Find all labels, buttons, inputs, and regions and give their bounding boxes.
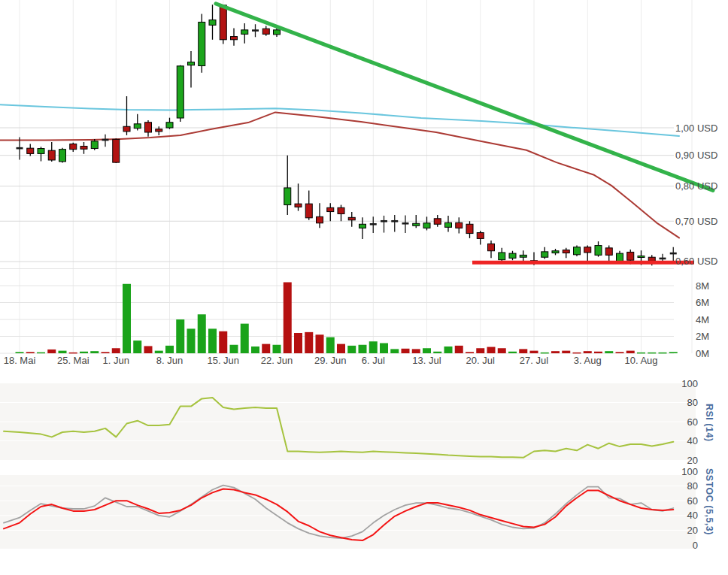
- volume-bar: [594, 352, 602, 353]
- candle: [199, 22, 205, 65]
- stock-chart-canvas[interactable]: 1,00 USD0,90 USD0,80 USD0,70 USD0,60 USD…: [0, 0, 728, 575]
- volume-tick-label: 8M: [696, 280, 709, 292]
- volume-bar: [198, 314, 206, 353]
- candle: [317, 216, 323, 222]
- candle: [627, 252, 634, 260]
- volume-bar: [498, 348, 506, 353]
- price-tick-label: 0,90 USD: [675, 150, 717, 161]
- candle: [156, 129, 162, 132]
- trendline[interactable]: [216, 4, 713, 191]
- price-tick-label: 1,00 USD: [675, 123, 717, 134]
- volume-bar: [669, 352, 678, 353]
- volume-bar: [80, 352, 88, 353]
- volume-bar: [316, 334, 324, 353]
- volume-bar: [165, 346, 174, 353]
- volume-bar: [337, 344, 345, 353]
- volume-bar: [476, 348, 484, 353]
- candle: [262, 29, 269, 34]
- volume-bar: [284, 283, 292, 354]
- price-axis-labels: 1,00 USD0,90 USD0,80 USD0,70 USD0,60 USD: [675, 123, 717, 268]
- candle: [295, 204, 302, 207]
- candle: [241, 30, 248, 35]
- volume-bar: [659, 353, 667, 354]
- candle: [220, 5, 226, 40]
- candle: [209, 20, 216, 25]
- candle: [509, 253, 516, 258]
- volume-bar: [637, 353, 645, 354]
- volume-bar: [402, 349, 410, 353]
- candle: [520, 255, 526, 257]
- candle: [499, 253, 505, 260]
- date-label: 3. Aug: [574, 355, 602, 366]
- volume-bar: [112, 348, 120, 353]
- candle: [134, 124, 141, 129]
- date-label: 10. Aug: [624, 355, 657, 366]
- volume-bar: [616, 352, 624, 353]
- rsi-tick-label: 20: [687, 455, 698, 466]
- volume-bar: [251, 347, 259, 353]
- candle: [70, 144, 77, 150]
- volume-bar: [541, 353, 549, 354]
- volume-bar: [390, 349, 399, 353]
- volume-bar: [102, 352, 110, 353]
- volume-bar: [47, 350, 56, 353]
- volume-bar: [573, 353, 581, 354]
- volume-bar: [551, 351, 560, 353]
- volume-bar: [273, 345, 281, 353]
- volume-bar: [444, 347, 453, 353]
- volume-bar: [326, 337, 335, 353]
- volume-bar: [26, 352, 35, 353]
- volume-bar: [230, 345, 238, 353]
- date-label: 6. Jul: [362, 355, 385, 366]
- candle: [91, 141, 98, 149]
- candle: [605, 248, 612, 255]
- date-label: 20. Jul: [466, 355, 495, 366]
- volume-bar: [155, 351, 163, 353]
- volume-tick-label: 2M: [696, 331, 709, 342]
- candle: [563, 250, 569, 253]
- rsi-tick-label: 40: [687, 435, 698, 446]
- candle: [123, 126, 130, 132]
- candle: [27, 148, 34, 153]
- moving-averages: [0, 104, 679, 238]
- candle: [434, 219, 441, 224]
- sstoc-tick-label: 0: [693, 540, 698, 551]
- volume-tick-label: 6M: [696, 297, 709, 308]
- candle: [445, 222, 452, 227]
- candle: [584, 247, 591, 253]
- sstoc-tick-label: 100: [681, 466, 698, 477]
- volume-bar: [530, 351, 538, 353]
- volume-bar: [648, 353, 656, 354]
- volume-bar: [16, 352, 24, 353]
- candle: [80, 147, 87, 150]
- volume-bar: [69, 353, 77, 354]
- candle: [348, 217, 355, 219]
- date-label: 13. Jul: [412, 355, 441, 366]
- volume-bar: [466, 352, 474, 353]
- price-tick-label: 0,70 USD: [675, 216, 717, 227]
- sstoc-panel-title: SSTOC (5,5,3): [704, 468, 714, 535]
- candle: [541, 252, 548, 257]
- date-label: 18. Mai: [4, 355, 36, 366]
- volume-bar: [219, 331, 227, 353]
- volume-bar: [519, 349, 527, 353]
- candle: [574, 247, 581, 255]
- volume-bar: [562, 351, 570, 353]
- volume-bar: [508, 352, 517, 353]
- volume-bar: [359, 345, 367, 353]
- candle: [359, 224, 366, 228]
- candle: [648, 257, 655, 261]
- candle: [338, 207, 344, 213]
- volume-bar: [584, 351, 592, 353]
- candle: [59, 150, 66, 162]
- volume-bar: [133, 340, 141, 353]
- date-label: 22. Jun: [261, 355, 293, 366]
- volume-bar: [305, 332, 313, 353]
- volume-bar: [208, 328, 217, 353]
- volume-bar: [605, 351, 613, 353]
- sstoc-tick-label: 40: [687, 510, 698, 521]
- sstoc-tick-label: 20: [687, 525, 698, 536]
- stock-chart-page: 1,00 USD0,90 USD0,80 USD0,70 USD0,60 USD…: [0, 0, 728, 575]
- volume-bar: [433, 352, 441, 353]
- date-label: 8. Jun: [156, 355, 183, 366]
